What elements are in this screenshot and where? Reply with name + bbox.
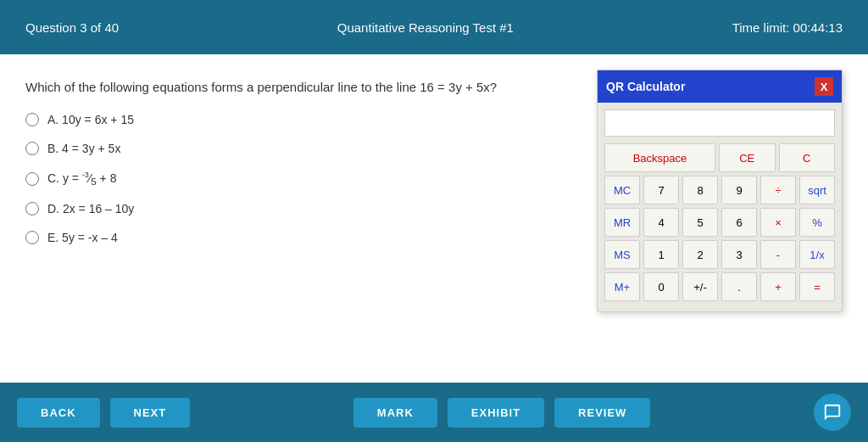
option-e-label: E. 5y = -x – 4 [47,231,118,244]
equals-button[interactable]: = [799,272,835,301]
radio-c[interactable] [25,172,39,186]
review-button[interactable]: REVIEW [554,398,650,428]
btn-3[interactable]: 3 [721,240,757,269]
divide-button[interactable]: ÷ [760,176,796,204]
multiply-button[interactable]: × [760,208,796,237]
radio-e[interactable] [25,231,39,244]
chat-button[interactable] [814,394,851,431]
btn-9[interactable]: 9 [721,176,757,204]
option-b-label: B. 4 = 3y + 5x [47,142,120,155]
btn-4[interactable]: 4 [643,208,679,237]
calculator-title: QR Calculator [606,80,685,93]
decimal-button[interactable]: . [721,272,757,301]
calculator-close-button[interactable]: X [815,77,833,96]
subtract-button[interactable]: - [760,240,796,269]
btn-1[interactable]: 1 [643,240,679,269]
backspace-button[interactable]: Backspace [604,143,715,172]
c-button[interactable]: C [779,143,836,172]
footer-right [814,394,851,431]
calc-row-5: M+ 0 +/- . + = [604,272,835,301]
calculator-display [604,109,835,137]
header: Question 3 of 40 Quantitative Reasoning … [0,0,868,54]
mc-button[interactable]: MC [604,176,640,204]
btn-2[interactable]: 2 [682,240,718,269]
calc-row-4: MS 1 2 3 - 1/x [604,240,835,269]
btn-8[interactable]: 8 [682,176,718,204]
radio-b[interactable] [25,142,39,155]
calc-row-1: Backspace CE C [604,143,835,172]
footer: BACK NEXT MARK EXHIBIT REVIEW [0,383,868,442]
radio-d[interactable] [25,202,39,215]
chat-icon [823,403,842,422]
mplus-button[interactable]: M+ [604,272,640,301]
question-counter: Question 3 of 40 [25,20,119,35]
option-d-label: D. 2x = 16 – 10y [47,202,134,215]
sqrt-button[interactable]: sqrt [799,176,835,204]
reciprocal-button[interactable]: 1/x [799,240,835,269]
calc-row-2: MC 7 8 9 ÷ sqrt [604,176,835,204]
mark-button[interactable]: MARK [353,398,437,428]
exhibit-button[interactable]: EXHIBIT [448,398,544,428]
plusminus-button[interactable]: +/- [682,272,718,301]
btn-0[interactable]: 0 [643,272,679,301]
calculator-buttons: Backspace CE C MC 7 8 9 ÷ sqrt MR 4 5 6 … [598,140,842,311]
ms-button[interactable]: MS [604,240,640,269]
radio-a[interactable] [25,113,39,126]
test-title: Quantitative Reasoning Test #1 [337,20,514,35]
calculator: QR Calculator X Backspace CE C MC 7 8 9 … [597,70,843,312]
btn-6[interactable]: 6 [721,208,757,237]
add-button[interactable]: + [760,272,796,301]
option-a-label: A. 10y = 6x + 15 [47,113,134,126]
main-content: Which of the following equations forms a… [0,54,868,383]
ce-button[interactable]: CE [719,143,776,172]
option-c-label: C. y = -3⁄5 + 8 [47,171,116,187]
footer-center-buttons: MARK EXHIBIT REVIEW [353,398,651,428]
next-button[interactable]: NEXT [110,398,191,428]
time-limit: Time limit: 00:44:13 [732,20,843,35]
btn-5[interactable]: 5 [682,208,718,237]
btn-7[interactable]: 7 [643,176,679,204]
calculator-header: QR Calculator X [598,70,842,103]
back-button[interactable]: BACK [17,398,100,428]
footer-left-buttons: BACK NEXT [17,398,190,428]
mr-button[interactable]: MR [604,208,640,237]
percent-button[interactable]: % [799,208,835,237]
calc-row-3: MR 4 5 6 × % [604,208,835,237]
